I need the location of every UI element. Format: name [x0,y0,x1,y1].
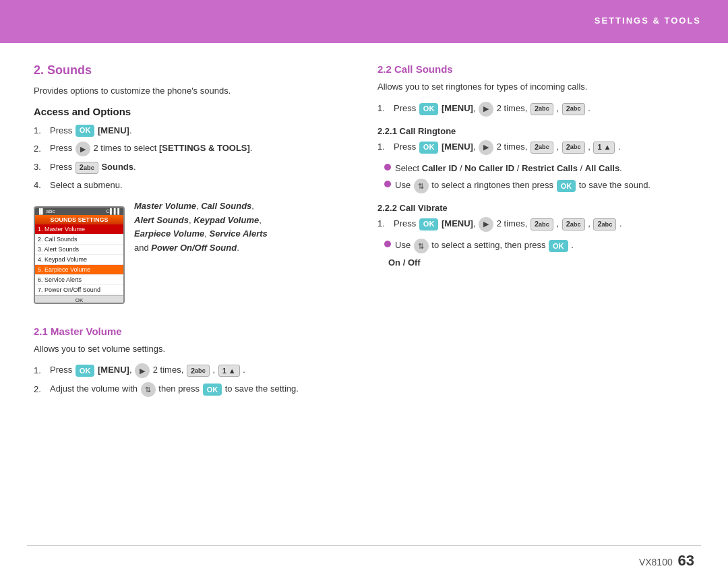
bullet-icon-cv1 [384,241,391,247]
nav-button-cs1: ▶ [479,102,493,117]
nav-button-cr2: ⇅ [414,179,429,193]
phone-menu-item: 2. Call Sounds [35,235,123,245]
bullet-2: Use ⇅ to select a ringtones then press O… [384,179,694,193]
left-column: 2. Sounds Provides options to customize … [34,63,351,404]
nav-button-cr1: ▶ [479,140,493,155]
footer-model: VX8100 [639,557,673,567]
call-sounds-steps: 1. Press OK [MENU], ▶ 2 times, 2abc , 2a… [377,102,694,117]
ok-button-cv2: OK [549,240,568,252]
step-1: 1. Press OK [MENU]. [34,124,351,138]
section-description: Provides options to customize the phone'… [34,84,351,98]
key-2abc-cv3: 2abc [593,218,616,231]
step-3: 3. Press 2abc Sounds. [34,160,351,175]
nav-button-cv2: ⇅ [414,239,429,253]
ok-button-mv2: OK [203,383,222,396]
key-1-cr: 1 ▲ [593,142,615,154]
phone-menu-item: 6. Service Alerts [35,275,123,285]
key-2abc-mv: 2abc [187,365,210,377]
call-sounds-desc: Allows you to set ringtones for types of… [377,80,694,94]
phone-menu-section: ▐▌ abc C▌▌▌ SOUNDS SETTINGS 1. Master Vo… [34,200,351,313]
key-2abc-cv2: 2abc [562,218,585,231]
phone-menu-item: 5. Earpiece Volume [35,265,123,275]
phone-menu-item: 7. Power On/Off Sound [35,285,123,295]
ok-button-cr1: OK [419,142,439,154]
master-volume-title: 2.1 Master Volume [34,326,351,337]
cv-bullet-1: Use ⇅ to select a setting, then press OK… [384,239,694,253]
step-4: 4. Select a submenu. [34,179,351,193]
bullet-icon-1 [384,164,391,171]
right-column: 2.2 Call Sounds Allows you to set ringto… [377,63,694,404]
master-volume-steps: 1. Press OK [MENU], ▶ 2 times, 2abc , 1 … [34,363,351,397]
call-sounds-title: 2.2 Call Sounds [377,63,694,75]
phone-menu-item: 3. Alert Sounds [35,245,123,255]
phone-top-bar: ▐▌ abc C▌▌▌ [35,208,123,215]
key-2abc-cs2: 2abc [562,103,585,115]
mv-step-2: 2. Adjust the volume with ⇅ then press O… [34,382,351,397]
phone-menu-list: 1. Master Volume 2. Call Sounds 3. Alert… [35,224,123,295]
call-vibrate-steps: 1. Press OK [MENU], ▶ 2 times, 2abc , 2a… [377,217,694,232]
footer: VX8100 63 [639,552,694,570]
nav-button-2: ▶ [75,142,90,156]
on-off-label: On / Off [388,257,694,268]
ok-button-cs1: OK [419,103,439,115]
bullet-1: Select Caller ID / No Caller ID / Restri… [384,162,694,175]
cs-step-1: 1. Press OK [MENU], ▶ 2 times, 2abc , 2a… [377,102,694,117]
footer-page: 63 [678,552,694,569]
main-content: 2. Sounds Provides options to customize … [0,43,728,404]
header: Settings & Tools [0,0,728,40]
phone-ok-bar: OK [35,295,123,304]
cv-step-1: 1. Press OK [MENU], ▶ 2 times, 2abc , 2a… [377,217,694,232]
key-2abc-cr2: 2abc [562,142,585,154]
call-ringtone-steps: 1. Press OK [MENU], ▶ 2 times, 2abc , 2a… [377,140,694,155]
nav-button-mv2: ⇅ [141,382,156,397]
mv-step-1: 1. Press OK [MENU], ▶ 2 times, 2abc , 1 … [34,363,351,378]
cr-step-1: 1. Press OK [MENU], ▶ 2 times, 2abc , 2a… [377,140,694,155]
header-title: Settings & Tools [595,16,701,26]
phone-menu-item: 1. Master Volume [35,224,123,235]
phone-menu-item: 4. Keypad Volume [35,255,123,265]
phone-title-bar: SOUNDS SETTINGS [35,215,123,224]
access-steps: 1. Press OK [MENU]. 2. Press ▶ 2 times t… [34,124,351,193]
access-heading: Access and Options [34,106,351,117]
bullet-icon-2 [384,181,391,187]
nav-button-cv1: ▶ [479,217,493,232]
ok-button-cv1: OK [419,218,439,231]
phone-menu-description: Master Volume, Call Sounds, Alert Sounds… [134,200,269,255]
call-vibrate-bullets: Use ⇅ to select a setting, then press OK… [384,239,694,253]
section-title: 2. Sounds [34,63,351,78]
key-2abc-1: 2abc [75,162,98,174]
phone-screen: ▐▌ abc C▌▌▌ SOUNDS SETTINGS 1. Master Vo… [34,206,125,304]
nav-button-mv1: ▶ [135,363,150,378]
key-2abc-cv1: 2abc [530,218,553,231]
master-volume-desc: Allows you to set volume settings. [34,342,351,356]
ok-button-1: OK [75,125,95,137]
key-1-mv: 1 ▲ [218,365,240,377]
ok-button-mv1: OK [75,365,95,377]
call-ringtone-title: 2.2.1 Call Ringtone [377,126,694,136]
key-2abc-cs1: 2abc [530,103,553,115]
step-2: 2. Press ▶ 2 times to select [SETTINGS &… [34,142,351,156]
key-2abc-cr1: 2abc [530,142,553,154]
footer-line [27,545,701,546]
call-vibrate-title: 2.2.2 Call Vibrate [377,203,694,213]
ok-button-cr2: OK [557,180,576,192]
call-ringtone-bullets: Select Caller ID / No Caller ID / Restri… [384,162,694,194]
